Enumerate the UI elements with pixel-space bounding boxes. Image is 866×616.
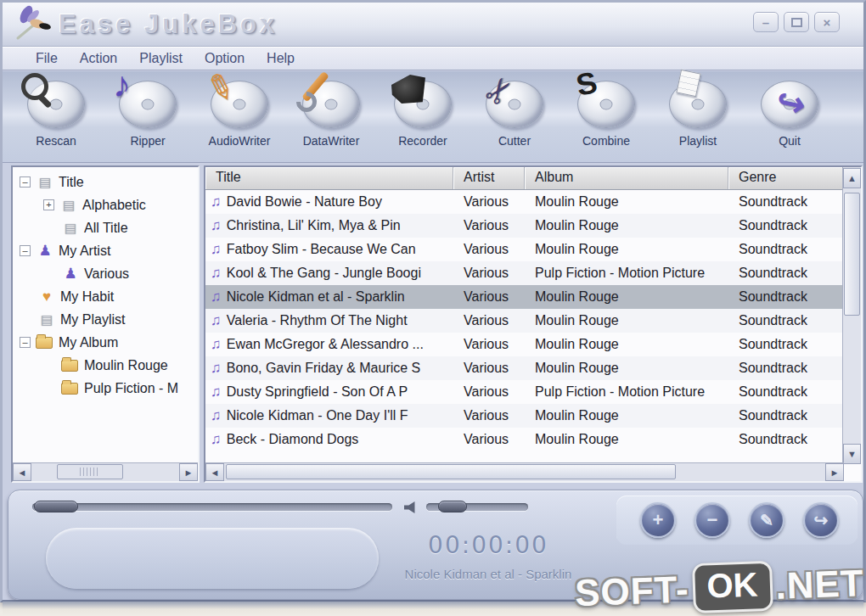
tree-label: My Album: [59, 335, 118, 350]
table-row[interactable]: ♫Dusty Springfield - Son Of A P Various …: [205, 380, 844, 404]
scroll-thumb[interactable]: [844, 193, 860, 316]
table-vertical-scrollbar[interactable]: ▲ ▼: [842, 167, 861, 464]
audiowriter-button[interactable]: ✎ AudioWriter: [200, 78, 279, 148]
transport-strip: [46, 528, 379, 589]
tree-label: Various: [84, 266, 129, 282]
menu-bar: File Action Playlist Option Help: [3, 47, 863, 70]
cell-title: Dusty Springfield - Son Of A P: [227, 384, 408, 400]
exit-button[interactable]: ↪: [803, 502, 839, 538]
note-icon: ♫: [211, 288, 222, 305]
scroll-right-arrow-icon[interactable]: ►: [825, 463, 844, 481]
tree-horizontal-scrollbar[interactable]: ◄ ►: [13, 462, 198, 481]
track-table-panel: Title Artist Album Genre ♫David Bowie - …: [204, 165, 863, 483]
tree-label: My Habit: [60, 289, 114, 305]
ripper-button[interactable]: ♪ Ripper: [108, 78, 188, 148]
note-icon: ♫: [211, 193, 222, 210]
app-logo-dragonfly-icon: [9, 4, 55, 45]
scroll-thumb[interactable]: [57, 464, 123, 479]
tool-label: Cutter: [498, 134, 531, 148]
tool-label: DataWriter: [303, 134, 360, 148]
expand-expander-icon[interactable]: +: [43, 199, 54, 210]
tree-item-various[interactable]: ♟ Various: [13, 262, 198, 285]
close-button[interactable]: ×: [814, 12, 840, 32]
tree-label: Pulp Fiction - M: [84, 381, 178, 396]
list-icon: ▤: [59, 198, 78, 213]
rescan-button[interactable]: Rescan: [16, 78, 96, 148]
menu-option[interactable]: Option: [194, 51, 256, 66]
scroll-track[interactable]: [224, 463, 825, 481]
tree-item-title[interactable]: – ▤ Title: [13, 171, 198, 193]
table-row[interactable]: ♫Fatboy Slim - Because We Can Various Mo…: [205, 238, 844, 261]
scroll-left-arrow-icon[interactable]: ◄: [13, 463, 31, 481]
cell-artist: Various: [453, 380, 525, 404]
restore-button[interactable]: [784, 12, 809, 32]
menu-help[interactable]: Help: [256, 51, 306, 66]
table-body: ♫David Bowie - Nature Boy Various Moulin…: [205, 190, 844, 451]
table-row[interactable]: ♫Beck - Diamond Dogs Various Moulin Roug…: [205, 428, 844, 451]
table-row[interactable]: ♫Kool & The Gang - Jungle Boogi Various …: [205, 261, 844, 285]
main-area: – ▤ Title + ▤ Alphabetic ▤ All Title: [3, 163, 863, 487]
table-row[interactable]: ♫Bono, Gavin Friday & Maurice S Various …: [205, 356, 844, 380]
cell-artist: Various: [453, 333, 525, 356]
scroll-up-arrow-icon[interactable]: ▲: [843, 168, 861, 188]
cell-album: Moulin Rouge: [525, 404, 728, 428]
table-row[interactable]: ♫Christina, Lil' Kim, Mya & Pin Various …: [205, 214, 844, 238]
watermark-prefix: SOFT-: [574, 568, 689, 614]
table-row[interactable]: ♫Nicole Kidman - One Day I'll F Various …: [205, 404, 844, 428]
tree-label: My Playlist: [60, 312, 125, 328]
scroll-right-arrow-icon[interactable]: ►: [179, 463, 198, 481]
table-row[interactable]: ♫Ewan McGregor & Alessandro ... Various …: [205, 333, 844, 356]
screen: Ease JukeBox – × File Action Playlist Op…: [0, 0, 866, 616]
tree-item-my-album[interactable]: – My Album: [13, 331, 198, 354]
note-icon: ♫: [211, 431, 222, 448]
seek-slider[interactable]: [32, 503, 392, 511]
seek-slider-thumb[interactable]: [34, 501, 78, 512]
tree-item-my-playlist[interactable]: ▤ My Playlist: [13, 308, 198, 331]
remove-button[interactable]: −: [694, 502, 730, 538]
scroll-track[interactable]: [31, 463, 179, 481]
column-header-title[interactable]: Title: [205, 167, 453, 189]
table-horizontal-scrollbar[interactable]: ◄ ►: [205, 462, 844, 481]
menu-file[interactable]: File: [25, 51, 69, 66]
table-row-selected[interactable]: ♫Nicole Kidman et al - Sparklin Various …: [205, 285, 844, 309]
cell-title: Christina, Lil' Kim, Mya & Pin: [227, 218, 401, 233]
music-note-icon: ♪: [113, 64, 131, 105]
tree-item-moulin-rouge[interactable]: Moulin Rouge: [13, 354, 198, 377]
menu-playlist[interactable]: Playlist: [128, 51, 194, 66]
collapse-expander-icon[interactable]: –: [20, 176, 31, 188]
volume-slider-thumb[interactable]: [438, 501, 467, 512]
minimize-button[interactable]: –: [753, 12, 779, 32]
datawriter-button[interactable]: DataWriter: [291, 78, 371, 148]
playlist-button[interactable]: Playlist: [658, 78, 738, 148]
recorder-button[interactable]: Recorder: [383, 78, 463, 148]
add-button[interactable]: +: [640, 502, 676, 538]
cutter-button[interactable]: ✂ Cutter: [475, 78, 554, 148]
tree-item-my-artist[interactable]: – ♟ My Artist: [13, 239, 198, 262]
combine-button[interactable]: S Combine: [566, 78, 646, 148]
cell-artist: Various: [453, 214, 525, 238]
quit-button[interactable]: ↪ Quit: [750, 78, 829, 148]
tree-item-alphabetic[interactable]: + ▤ Alphabetic: [13, 193, 198, 216]
table-row[interactable]: ♫Valeria - Rhythm Of The Night Various M…: [205, 309, 844, 333]
tree-item-my-habit[interactable]: ♥ My Habit: [13, 285, 198, 308]
scroll-down-arrow-icon[interactable]: ▼: [843, 444, 861, 464]
volume-slider[interactable]: [426, 503, 528, 511]
collapse-expander-icon[interactable]: –: [20, 337, 31, 348]
column-header-album[interactable]: Album: [525, 167, 728, 189]
tree-label: Alphabetic: [82, 198, 146, 213]
column-header-genre[interactable]: Genre: [728, 167, 844, 189]
scroll-left-arrow-icon[interactable]: ◄: [205, 463, 224, 481]
tree-item-pulp-fiction[interactable]: Pulp Fiction - M: [13, 377, 198, 400]
collapse-expander-icon[interactable]: –: [20, 245, 31, 256]
cell-title: Ewan McGregor & Alessandro ...: [227, 337, 424, 352]
note-icon: ♫: [211, 265, 222, 282]
table-row[interactable]: ♫David Bowie - Nature Boy Various Moulin…: [205, 190, 844, 214]
edit-button[interactable]: ✎: [749, 502, 784, 538]
cell-genre: Soundtrack: [728, 428, 844, 451]
scroll-thumb[interactable]: [226, 464, 676, 479]
tool-label: Quit: [779, 134, 801, 148]
cell-album: Pulp Fiction - Motion Picture: [525, 380, 728, 404]
folder-icon: [36, 337, 53, 349]
tree-item-all-title[interactable]: ▤ All Title: [13, 216, 198, 239]
column-header-artist[interactable]: Artist: [453, 167, 525, 189]
